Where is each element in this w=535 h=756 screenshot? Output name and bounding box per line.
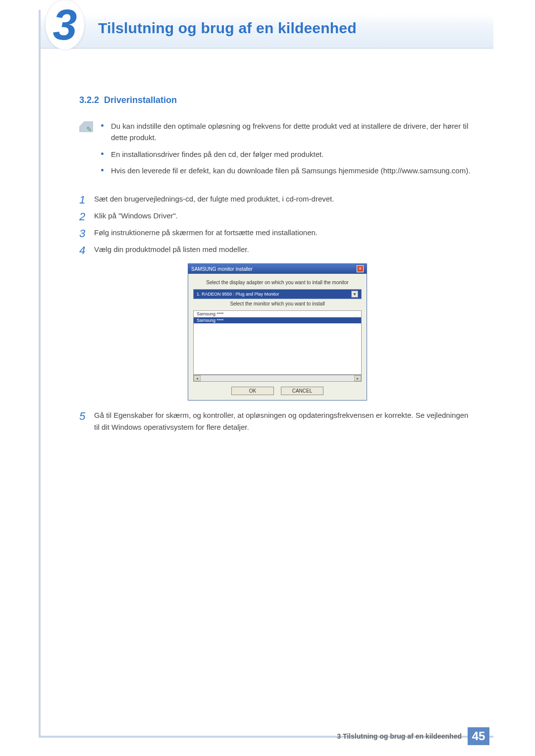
chapter-badge: 3 bbox=[46, 0, 84, 50]
page-number: 45 bbox=[468, 727, 489, 745]
step-number: 1 bbox=[79, 191, 85, 208]
step-number: 2 bbox=[79, 208, 85, 225]
step-text: Sæt den brugervejlednings-cd, der fulgte… bbox=[94, 195, 334, 203]
note-item: En installationsdriver findes på den cd,… bbox=[101, 149, 476, 160]
cancel-button[interactable]: CANCEL bbox=[281, 387, 323, 395]
step-item: 1 Sæt den brugervejlednings-cd, der fulg… bbox=[79, 193, 476, 205]
note-item: Hvis den leverede fil er defekt, kan du … bbox=[101, 165, 476, 176]
scroll-left-icon[interactable]: ◂ bbox=[194, 375, 201, 381]
step-number: 3 bbox=[79, 225, 85, 242]
dialog-titlebar: SAMSUNG monitor installer × bbox=[188, 264, 367, 274]
step-item: 2 Klik på "Windows Driver". bbox=[79, 210, 476, 222]
step-item: 3 Følg instruktionerne på skærmen for at… bbox=[79, 227, 476, 239]
close-icon[interactable]: × bbox=[357, 265, 364, 272]
step-text: Gå til Egenskaber for skærm, og kontroll… bbox=[94, 411, 468, 431]
note-bullets: Du kan indstille den optimale opløsning … bbox=[101, 120, 476, 181]
section-number: 3.2.2 bbox=[79, 95, 99, 105]
note-block: Du kan indstille den optimale opløsning … bbox=[79, 120, 476, 181]
chapter-number: 3 bbox=[53, 3, 77, 47]
chevron-down-icon[interactable]: ▼ bbox=[351, 291, 358, 298]
steps-list: 1 Sæt den brugervejlednings-cd, der fulg… bbox=[79, 193, 476, 255]
dialog-instruction-2: Select the monitor which you want to ins… bbox=[193, 301, 362, 306]
installer-dialog: SAMSUNG monitor installer × Select the d… bbox=[188, 263, 367, 401]
dialog-title-text: SAMSUNG monitor installer bbox=[191, 266, 253, 272]
ok-button[interactable]: OK bbox=[231, 387, 274, 395]
note-icon bbox=[79, 121, 93, 132]
monitor-list[interactable]: Samsung **** Samsung **** bbox=[193, 310, 362, 375]
horizontal-scrollbar[interactable]: ◂ ▸ bbox=[193, 375, 362, 382]
dialog-body: Select the display adapter on which you … bbox=[188, 274, 367, 400]
installer-dialog-wrap: SAMSUNG monitor installer × Select the d… bbox=[79, 263, 476, 401]
step-item: 5 Gå til Egenskaber for skærm, og kontro… bbox=[79, 409, 476, 433]
section-heading: 3.2.2 Driverinstallation bbox=[79, 95, 476, 105]
section-title: Driverinstallation bbox=[104, 95, 177, 105]
step-item: 4 Vælg din produktmodel på listen med mo… bbox=[79, 244, 476, 255]
steps-list-cont: 5 Gå til Egenskaber for skærm, og kontro… bbox=[79, 409, 476, 433]
scroll-right-icon[interactable]: ▸ bbox=[354, 375, 361, 381]
footer-text: 3 Tilslutning og brug af en kildeenhed bbox=[337, 732, 462, 740]
chapter-title: Tilslutning og brug af en kildeenhed bbox=[98, 20, 357, 37]
step-text: Følg instruktionerne på skærmen for at f… bbox=[94, 228, 318, 237]
step-text: Klik på "Windows Driver". bbox=[94, 211, 178, 220]
list-item[interactable]: Samsung **** bbox=[194, 311, 361, 317]
dialog-buttons: OK CANCEL bbox=[193, 387, 362, 395]
dropdown-value: 1. RADEON 9550 : Plug and Play Monitor bbox=[197, 292, 279, 297]
footer: 3 Tilslutning og brug af en kildeenhed 4… bbox=[41, 726, 493, 746]
adapter-dropdown[interactable]: 1. RADEON 9550 : Plug and Play Monitor ▼ bbox=[193, 289, 362, 299]
step-number: 4 bbox=[79, 242, 85, 259]
step-number: 5 bbox=[79, 407, 85, 425]
content-area: 3.2.2 Driverinstallation Du kan indstill… bbox=[79, 95, 476, 438]
step-text: Vælg din produktmodel på listen med mode… bbox=[94, 245, 249, 253]
dialog-instruction-1: Select the display adapter on which you … bbox=[193, 280, 362, 285]
list-item[interactable]: Samsung **** bbox=[194, 317, 361, 324]
note-item: Du kan indstille den optimale opløsning … bbox=[101, 120, 476, 144]
